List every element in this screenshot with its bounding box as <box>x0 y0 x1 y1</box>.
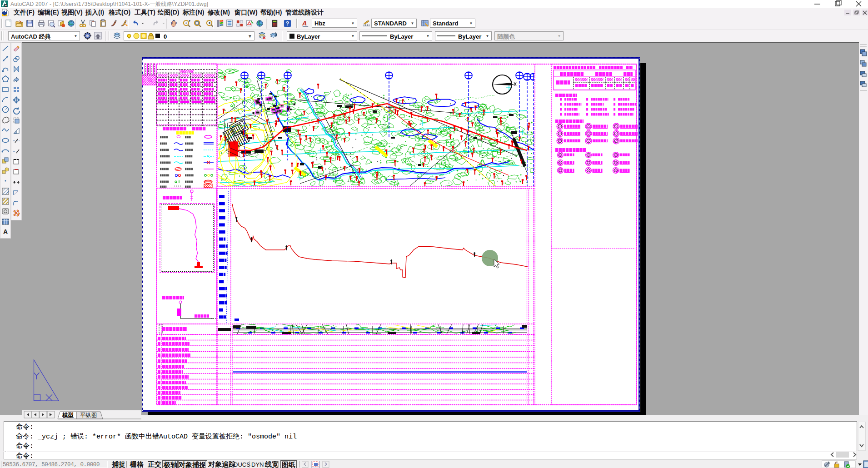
svg-text:平纵图: 平纵图 <box>80 412 97 418</box>
svg-text:模型: 模型 <box>62 412 74 418</box>
svg-text:A: A <box>3 228 8 235</box>
svg-text:A: A <box>302 20 307 27</box>
svg-text:?: ? <box>286 20 289 27</box>
